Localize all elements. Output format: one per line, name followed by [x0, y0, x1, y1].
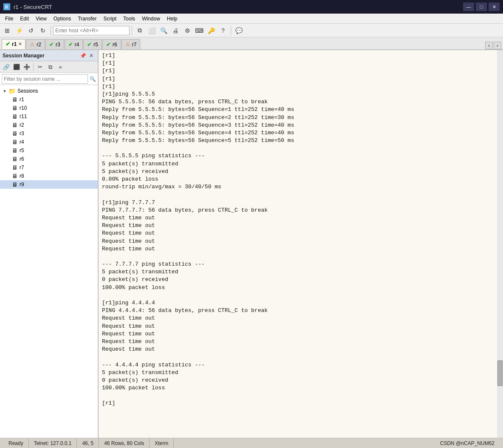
- menu-window[interactable]: Window: [138, 15, 164, 23]
- menu-bar: File Edit View Options Transfer Script T…: [0, 14, 503, 24]
- toolbar-disconnect-btn[interactable]: ↻: [37, 25, 48, 36]
- minimize-button[interactable]: —: [463, 3, 474, 11]
- maximize-button[interactable]: □: [476, 3, 487, 11]
- toolbar-connect-btn[interactable]: ⚡: [14, 25, 25, 36]
- session-new-btn[interactable]: ➕: [22, 62, 31, 72]
- menu-file[interactable]: File: [2, 15, 17, 23]
- session-item-r2[interactable]: 🖥 r2: [0, 121, 98, 129]
- toolbar-print-btn[interactable]: 🖨: [170, 25, 181, 36]
- toolbar-reconnect-btn[interactable]: ↺: [25, 25, 37, 36]
- app-title: r1 - SecureCRT: [14, 4, 52, 10]
- tab-r5[interactable]: ✔ r5: [83, 39, 102, 49]
- menu-transfer[interactable]: Transfer: [74, 15, 100, 23]
- status-ready: Ready: [3, 438, 29, 448]
- toolbar-chat-btn[interactable]: 💬: [233, 25, 244, 36]
- toolbar-help-btn[interactable]: ?: [218, 25, 229, 36]
- terminal-scrollbar[interactable]: [497, 50, 503, 438]
- session-filter-input[interactable]: [2, 74, 88, 84]
- terminal-content[interactable]: [r1][r1][r1][r1][r1][r1]ping 5.5.5.5 PIN…: [99, 50, 497, 438]
- menu-edit[interactable]: Edit: [17, 15, 32, 23]
- menu-view[interactable]: View: [32, 15, 50, 23]
- session-label-r10: r10: [20, 105, 27, 111]
- session-item-r4[interactable]: 🖥 r4: [0, 138, 98, 146]
- toolbar-sep-1: [51, 26, 51, 35]
- title-bar: 🖥 r1 - SecureCRT — □ ✕: [0, 0, 503, 14]
- toolbar-settings-btn[interactable]: ⚙: [182, 25, 193, 36]
- session-panel-pin-btn[interactable]: 📌: [79, 52, 87, 60]
- terminal-line: 5 packet(s) received: [102, 168, 494, 176]
- terminal-line: Request time out: [102, 214, 494, 222]
- session-item-r8[interactable]: 🖥 r8: [0, 172, 98, 180]
- terminal-line: [r1]ping 4.4.4.4: [102, 299, 494, 307]
- menu-script[interactable]: Script: [100, 15, 120, 23]
- search-icon: 🔍: [90, 76, 96, 82]
- session-icon-r11: 🖥: [12, 113, 18, 120]
- menu-tools[interactable]: Tools: [120, 15, 138, 23]
- terminal-line: round-trip min/avg/max = 30/40/50 ms: [102, 183, 494, 191]
- tab-r3[interactable]: ✔ r3: [45, 39, 64, 49]
- tab-r4-label: r4: [75, 42, 79, 48]
- tab-r1[interactable]: ✔ r1 ✕: [2, 39, 25, 49]
- menu-options[interactable]: Options: [50, 15, 74, 23]
- session-icon-r6: 🖥: [12, 156, 18, 162]
- toolbar-clone-btn[interactable]: ⧉: [134, 25, 145, 36]
- session-item-r1[interactable]: 🖥 r1: [0, 95, 98, 104]
- tab-r1-close[interactable]: ✕: [18, 42, 22, 46]
- tab-r2[interactable]: ⚠ r2: [26, 39, 45, 49]
- terminal-line: [r1]: [102, 52, 494, 60]
- session-label-r2: r2: [20, 122, 24, 128]
- host-input[interactable]: [53, 26, 130, 35]
- toolbar-arrange-btn[interactable]: ⊞: [2, 25, 13, 36]
- terminal-line: Reply from 5.5.5.5: bytes=56 Sequence=5 …: [102, 137, 494, 145]
- tab-r7-label: r7: [132, 42, 137, 48]
- terminal-line: 0.00% packet loss: [102, 176, 494, 183]
- session-item-r6[interactable]: 🖥 r6: [0, 155, 98, 163]
- tab-r6[interactable]: ✔ r6: [102, 39, 121, 49]
- session-item-r11[interactable]: 🖥 r11: [0, 112, 98, 121]
- session-item-r7[interactable]: 🖥 r7: [0, 163, 98, 172]
- session-expand-btn[interactable]: »: [56, 62, 65, 72]
- toolbar-key-btn[interactable]: ⌨: [194, 25, 205, 36]
- tab-r3-label: r3: [56, 42, 60, 48]
- tab-prev-btn[interactable]: ‹: [485, 42, 493, 49]
- tab-r7[interactable]: ⚠ r7: [122, 39, 141, 49]
- toolbar-sep-2: [132, 26, 132, 35]
- session-panel-close-btn[interactable]: ✕: [88, 52, 95, 60]
- session-label-r3: r3: [20, 130, 24, 136]
- tab-r4[interactable]: ✔ r4: [65, 39, 83, 49]
- menu-help[interactable]: Help: [164, 15, 181, 23]
- status-position: 46, 5: [77, 438, 99, 448]
- session-label-r1: r1: [20, 96, 24, 102]
- toolbar-script-run-btn[interactable]: 🔑: [206, 25, 217, 36]
- sessions-folder[interactable]: ▼ 📁 Sessions: [0, 87, 98, 95]
- session-label-r5: r5: [20, 147, 24, 153]
- toolbar-tabs-btn[interactable]: ⬜: [146, 25, 157, 36]
- session-item-r10[interactable]: 🖥 r10: [0, 104, 98, 112]
- session-copy-btn[interactable]: ⧉: [45, 62, 55, 72]
- terminal-line: Request time out: [102, 245, 494, 253]
- close-button[interactable]: ✕: [489, 3, 500, 11]
- tab-r4-status-icon: ✔: [68, 41, 73, 48]
- session-cut-btn[interactable]: ✂: [35, 62, 45, 72]
- session-tab-btn[interactable]: ⬛: [12, 62, 21, 72]
- tab-r2-label: r2: [37, 42, 41, 48]
- session-panel: Session Manager 📌 ✕ 🔗 ⬛ ➕ ✂ ⧉ » 🔍 ▼ 📁: [0, 50, 99, 438]
- session-item-r3[interactable]: 🖥 r3: [0, 129, 98, 138]
- tab-next-btn[interactable]: ›: [494, 42, 501, 49]
- session-item-r5[interactable]: 🖥 r5: [0, 146, 98, 155]
- toolbar-find-btn[interactable]: 🔍: [158, 25, 169, 36]
- session-connect-btn[interactable]: 🔗: [2, 62, 11, 72]
- terminal-line: [r1]: [102, 83, 494, 91]
- terminal-line: --- 7.7.7.7 ping statistics ---: [102, 261, 494, 268]
- session-item-r9[interactable]: 🖥 r9: [0, 180, 98, 189]
- terminal-line: [r1]ping 5.5.5.5: [102, 91, 494, 98]
- terminal-line: Reply from 5.5.5.5: bytes=56 Sequence=2 …: [102, 114, 494, 122]
- terminal-line: PING 4.4.4.4: 56 data bytes, press CTRL_…: [102, 307, 494, 315]
- session-panel-title: Session Manager: [3, 53, 45, 59]
- app-icon: 🖥: [3, 3, 10, 10]
- terminal-line: 5 packet(s) transmitted: [102, 268, 494, 276]
- scrollbar-thumb[interactable]: [497, 360, 503, 386]
- session-icon-r8: 🖥: [12, 173, 18, 179]
- terminal-line: 0 packet(s) received: [102, 276, 494, 284]
- tab-r6-status-icon: ✔: [106, 41, 111, 48]
